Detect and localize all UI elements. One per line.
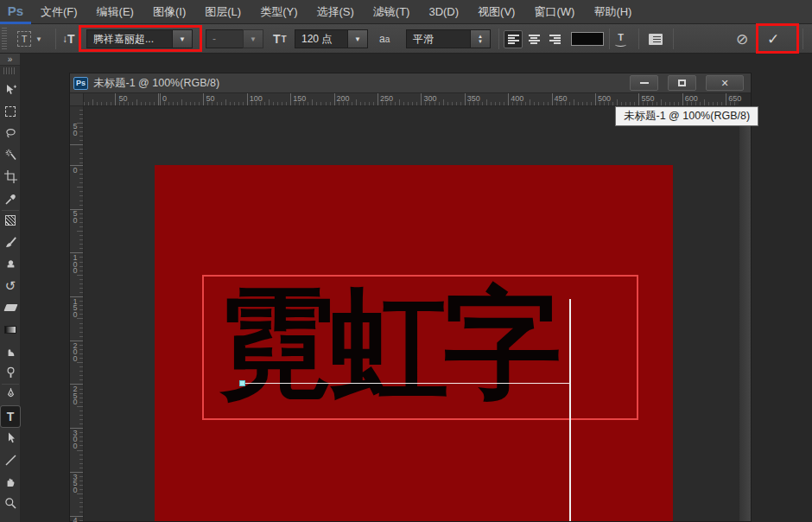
vertical-scrollbar[interactable] <box>739 106 751 521</box>
font-size-combo[interactable]: 120 点 ▼ <box>295 29 368 48</box>
tool-zoom[interactable] <box>1 493 20 514</box>
horizontal-ruler[interactable]: 5005010015020025030035040045050055060065… <box>84 93 739 106</box>
tool-crop[interactable] <box>1 167 20 188</box>
baseline-handle[interactable] <box>239 380 245 386</box>
toggle-panels-button[interactable] <box>649 24 663 54</box>
v-ruler-label: 0 <box>72 168 79 175</box>
h-ruler-label: 100 <box>250 94 263 103</box>
tool-eraser[interactable] <box>1 297 20 318</box>
minimize-button[interactable] <box>630 75 658 91</box>
menu-items: 文件(F)编辑(E)图像(I)图层(L)类型(Y)选择(S)滤镜(T)3D(D)… <box>31 0 641 24</box>
tooltip: 未标题-1 @ 100%(RGB/8) <box>615 106 758 126</box>
move-icon <box>4 84 17 97</box>
tool-dodge[interactable] <box>1 363 20 384</box>
font-style-value[interactable]: - <box>206 29 243 48</box>
h-ruler-label: 400 <box>511 94 523 103</box>
align-left-button[interactable] <box>504 30 523 48</box>
tool-eyedropper[interactable] <box>1 188 20 209</box>
v-ruler-label: 50 <box>72 211 79 224</box>
v-ruler-label: 350 <box>72 474 79 494</box>
tool-type[interactable]: T <box>1 406 20 427</box>
tool-preset-picker[interactable]: T ▼ <box>17 24 42 54</box>
tool-move[interactable] <box>1 80 20 100</box>
anti-alias-value[interactable]: 平滑 <box>406 29 470 48</box>
font-style-combo[interactable]: - ▼ <box>206 29 263 48</box>
canvas[interactable]: 霓虹字 <box>155 165 673 521</box>
smudge-icon <box>4 345 17 358</box>
menu-item-3[interactable]: 图像(I) <box>143 0 195 24</box>
ruler-corner <box>70 93 84 106</box>
align-center-icon <box>529 35 540 44</box>
text-orientation-toggle[interactable]: ↓ T <box>62 24 75 54</box>
tool-clone-stamp[interactable] <box>1 254 20 275</box>
warp-text-button[interactable]: T <box>615 24 626 54</box>
font-size-value[interactable]: 120 点 <box>295 29 347 48</box>
menu-item-9[interactable]: 视图(V) <box>468 0 524 24</box>
h-ruler-label: 650 <box>728 94 741 103</box>
document-title-bar[interactable]: Ps 未标题-1 @ 100%(RGB/8) ✕ <box>70 73 751 93</box>
font-size-dropdown-button[interactable]: ▼ <box>347 29 368 48</box>
close-icon: ✕ <box>720 78 728 89</box>
dodge-icon <box>4 366 17 379</box>
v-ruler-label: 200 <box>72 343 79 363</box>
tool-pen[interactable] <box>1 385 20 405</box>
h-ruler-label: 300 <box>423 94 436 103</box>
lasso-icon <box>4 127 17 140</box>
separator <box>609 29 610 49</box>
marquee-icon <box>5 106 16 117</box>
menu-item-7[interactable]: 滤镜(T) <box>364 0 420 24</box>
font-size-icon: T T <box>273 24 287 54</box>
menu-item-5[interactable]: 类型(Y) <box>251 0 307 24</box>
font-style-dropdown-button[interactable]: ▼ <box>243 29 263 48</box>
collapse-panel-button[interactable]: » <box>0 54 20 66</box>
menu-item-4[interactable]: 图层(L) <box>195 0 251 24</box>
tool-lasso[interactable] <box>1 123 20 143</box>
text-color-swatch[interactable] <box>571 32 604 46</box>
align-center-button[interactable] <box>524 30 543 48</box>
menu-item-6[interactable]: 选择(S) <box>307 0 363 24</box>
pen-icon <box>4 388 17 401</box>
anti-alias-combo[interactable]: 平滑 ▲ ▼ <box>406 29 491 48</box>
anti-alias-stepper[interactable]: ▲ ▼ <box>470 29 491 48</box>
menu-item-8[interactable]: 3D(D) <box>419 0 468 24</box>
v-ruler-label: 50 <box>72 124 79 137</box>
menu-item-10[interactable]: 窗口(W) <box>524 0 584 24</box>
menu-bar: Ps 文件(F)编辑(E)图像(I)图层(L)类型(Y)选择(S)滤镜(T)3D… <box>0 0 812 24</box>
tool-smudge[interactable] <box>1 341 20 361</box>
canvas-text[interactable]: 霓虹字 <box>217 284 556 403</box>
align-left-icon <box>508 35 519 44</box>
crop-icon <box>4 170 17 183</box>
orientation-letter-icon: T <box>67 32 75 46</box>
warp-text-icon: T <box>615 32 626 47</box>
cancel-edits-button[interactable]: ⊘ <box>736 24 748 54</box>
path-selection-icon <box>4 432 17 445</box>
clone-stamp-icon <box>4 258 17 271</box>
close-button[interactable]: ✕ <box>706 75 744 91</box>
tool-marquee[interactable] <box>1 101 20 122</box>
tools-panel-grip[interactable] <box>3 67 16 74</box>
menu-item-2[interactable]: 编辑(E) <box>87 0 143 24</box>
magic-wand-icon <box>4 149 17 162</box>
menu-item-1[interactable]: 文件(F) <box>31 0 87 24</box>
tool-history-brush[interactable]: ↺ <box>1 276 20 296</box>
h-ruler-label: 50 <box>119 94 128 103</box>
tool-gradient[interactable] <box>1 319 20 340</box>
tool-line[interactable] <box>1 449 20 470</box>
annotation-box-font-family <box>79 25 202 52</box>
tool-hand[interactable] <box>1 472 20 493</box>
tool-magic-wand[interactable] <box>1 145 20 166</box>
annotation-box-commit <box>756 23 799 54</box>
h-ruler-label: 550 <box>641 94 654 103</box>
tool-brush[interactable] <box>1 232 20 252</box>
tool-healing-brush[interactable] <box>1 210 20 231</box>
menu-item-11[interactable]: 帮助(H) <box>584 0 641 24</box>
maximize-button[interactable] <box>668 75 696 91</box>
h-ruler-label: 600 <box>685 94 698 103</box>
align-right-button[interactable] <box>545 30 564 48</box>
tool-path-selection[interactable] <box>1 428 20 449</box>
vertical-ruler[interactable]: 50050100150200250300350400 <box>70 106 84 521</box>
type-icon: T <box>7 409 15 424</box>
brush-icon <box>4 236 17 249</box>
photoshop-logo: Ps <box>0 0 31 24</box>
document-ps-badge: Ps <box>73 77 88 90</box>
